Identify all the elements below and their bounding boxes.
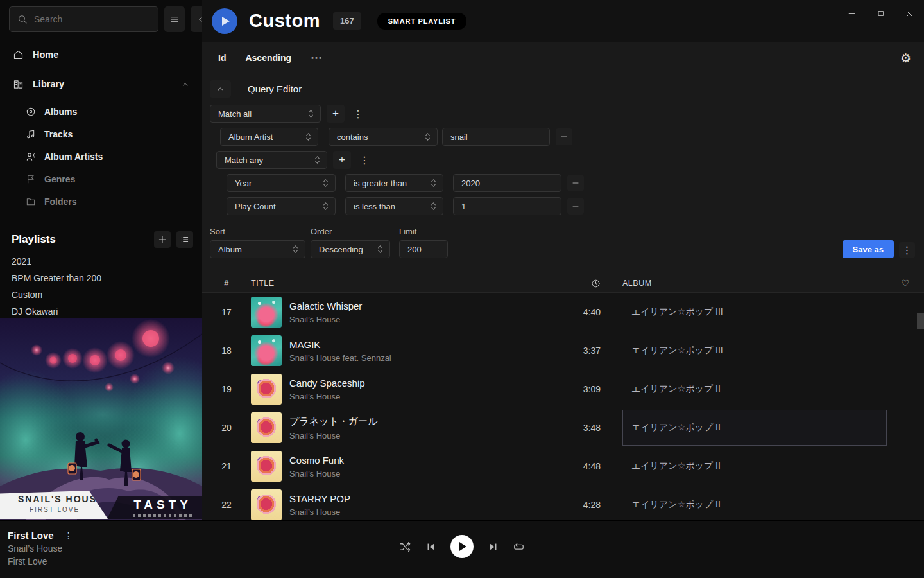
track-thumbnail[interactable] bbox=[251, 335, 282, 366]
sidebar-item-album-artists[interactable]: Album Artists bbox=[0, 145, 202, 168]
rule-value-input[interactable] bbox=[453, 174, 561, 192]
menu-button[interactable] bbox=[164, 6, 185, 32]
remove-rule-button[interactable] bbox=[556, 128, 572, 145]
track-thumbnail[interactable] bbox=[251, 374, 282, 405]
rule-operator-select[interactable]: is less than bbox=[345, 197, 443, 215]
track-album-cell[interactable]: エイリアン☆ポップ II bbox=[622, 448, 887, 484]
toolbar-more-button[interactable]: ⋯ bbox=[311, 51, 323, 65]
track-artist[interactable]: Snail’s House bbox=[289, 469, 562, 478]
track-album-cell[interactable]: エイリアン☆ポップ II bbox=[622, 371, 887, 407]
match-type-select[interactable]: Match all bbox=[210, 105, 321, 123]
previous-button[interactable] bbox=[425, 541, 436, 552]
track-artist[interactable]: Snail’s House bbox=[289, 315, 562, 324]
column-header-index[interactable]: # bbox=[202, 279, 251, 288]
sidebar-item-albums[interactable]: Albums bbox=[0, 100, 202, 123]
rule-operator-select[interactable]: is greater than bbox=[345, 174, 443, 192]
save-as-button[interactable]: Save as bbox=[843, 240, 894, 258]
sort-field-button[interactable]: Id bbox=[218, 53, 226, 63]
next-button[interactable] bbox=[488, 541, 499, 552]
track-title[interactable]: MAGIK bbox=[289, 339, 562, 350]
track-album-cell[interactable]: エイリアン☆ポップ II bbox=[622, 487, 887, 520]
column-header-title[interactable]: TITLE bbox=[251, 279, 562, 288]
track-album[interactable]: エイリアン☆ポップ II bbox=[623, 460, 721, 472]
now-playing-menu-button[interactable]: ⋮ bbox=[62, 530, 76, 541]
match-type-select[interactable]: Match any bbox=[216, 151, 327, 169]
playlist-item[interactable]: 2021 bbox=[0, 253, 202, 270]
sort-order-button[interactable]: Ascending bbox=[245, 53, 291, 63]
track-album-cell[interactable]: エイリアン☆ポップ III bbox=[622, 333, 887, 369]
table-row[interactable]: 21 Cosmo Funk Snail’s House 4:48 エイリアン☆ポ… bbox=[202, 447, 924, 486]
playlist-item[interactable]: BPM Greater than 200 bbox=[0, 270, 202, 286]
track-artist[interactable]: Snail’s House bbox=[289, 431, 562, 441]
track-title[interactable]: Candy Spaceship bbox=[289, 378, 562, 389]
track-album[interactable]: エイリアン☆ポップ III bbox=[623, 306, 723, 318]
now-playing-title[interactable]: First Love bbox=[8, 530, 54, 541]
table-row[interactable]: 22 STARRY POP Snail’s House 4:28 エイリアン☆ポ… bbox=[202, 486, 924, 520]
column-header-duration[interactable] bbox=[562, 279, 601, 288]
track-title[interactable]: Galactic Whisper bbox=[289, 301, 562, 311]
rule-field-select[interactable]: Play Count bbox=[227, 197, 336, 215]
search-input[interactable] bbox=[34, 14, 150, 24]
query-editor-collapse-button[interactable] bbox=[210, 80, 231, 98]
table-row[interactable]: 17 Galactic Whisper Snail’s House 4:40 エ… bbox=[202, 293, 924, 331]
track-album-cell[interactable]: エイリアン☆ポップ II bbox=[622, 410, 887, 446]
now-playing-artist[interactable]: Snail’s House bbox=[8, 543, 76, 554]
now-playing-album-art[interactable]: TASTY SNAIL'S HOUSE FIRST LOVE bbox=[0, 318, 202, 520]
column-header-favorite[interactable]: ♡ bbox=[887, 278, 924, 288]
track-album-cell[interactable]: エイリアン☆ポップ III bbox=[622, 294, 887, 330]
group-menu-button[interactable]: ⋮ bbox=[357, 154, 372, 166]
search-box[interactable] bbox=[9, 6, 158, 32]
sort-select[interactable]: Album bbox=[210, 240, 305, 258]
limit-input[interactable] bbox=[399, 240, 448, 258]
close-button[interactable] bbox=[895, 0, 924, 27]
track-album[interactable]: エイリアン☆ポップ II bbox=[623, 383, 721, 395]
rule-operator-select[interactable]: contains bbox=[329, 128, 438, 146]
table-row[interactable]: 20 プラネット・ガール Snail’s House 3:48 エイリアン☆ポッ… bbox=[202, 408, 924, 447]
sidebar-item-library[interactable]: Library bbox=[0, 72, 202, 96]
settings-gear-button[interactable]: ⚙ bbox=[900, 52, 911, 64]
rule-field-select[interactable]: Album Artist bbox=[220, 128, 318, 146]
track-artist[interactable]: Snail’s House bbox=[289, 507, 562, 517]
playlist-list-button[interactable] bbox=[176, 231, 193, 248]
shuffle-button[interactable] bbox=[399, 541, 411, 553]
maximize-button[interactable] bbox=[866, 0, 895, 27]
table-row[interactable]: 18 MAGIK Snail’s House feat. Sennzai 3:3… bbox=[202, 331, 924, 370]
remove-rule-button[interactable] bbox=[567, 175, 584, 191]
sidebar-item-genres[interactable]: Genres bbox=[0, 168, 202, 190]
track-artist[interactable]: Snail’s House feat. Sennzai bbox=[289, 353, 562, 363]
sidebar-item-tracks[interactable]: Tracks bbox=[0, 123, 202, 145]
track-thumbnail[interactable] bbox=[251, 297, 282, 328]
sidebar-item-home[interactable]: Home bbox=[0, 42, 202, 67]
play-playlist-button[interactable] bbox=[212, 8, 237, 34]
rule-value-input[interactable] bbox=[442, 128, 550, 146]
column-header-album[interactable]: ALBUM bbox=[622, 279, 887, 288]
remove-rule-button[interactable] bbox=[567, 198, 584, 215]
track-artist[interactable]: Snail’s House bbox=[289, 392, 562, 401]
add-playlist-button[interactable] bbox=[154, 231, 171, 248]
track-title[interactable]: STARRY POP bbox=[289, 493, 562, 504]
play-pause-button[interactable] bbox=[450, 535, 474, 558]
rule-value-input[interactable] bbox=[453, 197, 561, 215]
table-row[interactable]: 19 Candy Spaceship Snail’s House 3:09 エイ… bbox=[202, 370, 924, 408]
chevron-up-icon[interactable] bbox=[181, 80, 189, 89]
group-menu-button[interactable]: ⋮ bbox=[350, 108, 366, 120]
minimize-button[interactable] bbox=[837, 0, 866, 27]
rule-field-select[interactable]: Year bbox=[227, 174, 336, 192]
sidebar-item-folders[interactable]: Folders bbox=[0, 190, 202, 213]
repeat-button[interactable] bbox=[513, 541, 525, 553]
track-thumbnail[interactable] bbox=[251, 451, 282, 482]
add-rule-button[interactable]: + bbox=[333, 151, 351, 169]
add-rule-button[interactable]: + bbox=[327, 105, 345, 123]
track-title[interactable]: Cosmo Funk bbox=[289, 455, 562, 466]
order-select[interactable]: Descending bbox=[311, 240, 390, 258]
now-playing-album[interactable]: First Love bbox=[8, 556, 76, 566]
playlist-item[interactable]: Custom bbox=[0, 286, 202, 303]
track-album[interactable]: エイリアン☆ポップ II bbox=[623, 499, 721, 511]
scrollbar-thumb[interactable] bbox=[917, 313, 924, 329]
save-menu-button[interactable]: ⋮ bbox=[899, 242, 915, 258]
track-album[interactable]: エイリアン☆ポップ III bbox=[623, 345, 723, 356]
track-album[interactable]: エイリアン☆ポップ II bbox=[623, 422, 721, 434]
track-title[interactable]: プラネット・ガール bbox=[289, 416, 562, 428]
track-thumbnail[interactable] bbox=[251, 489, 282, 520]
track-thumbnail[interactable] bbox=[251, 412, 282, 443]
